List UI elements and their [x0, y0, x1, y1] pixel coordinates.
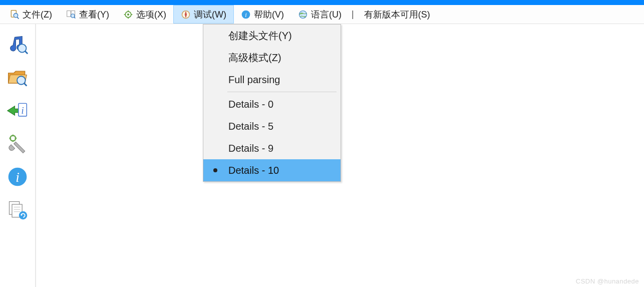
svg-point-1 [14, 13, 18, 17]
svg-line-20 [24, 83, 27, 86]
tool-info[interactable]: i [5, 164, 30, 189]
svg-line-2 [17, 17, 19, 19]
gear-icon [123, 10, 133, 20]
svg-point-8 [127, 13, 129, 15]
menu-language-label: 语言(U) [311, 9, 342, 21]
tool-folder-search[interactable] [5, 65, 30, 90]
dropdown-details-10[interactable]: Details - 10 [203, 159, 341, 181]
documents-refresh-icon [7, 199, 29, 221]
tool-documents-refresh[interactable] [5, 197, 30, 222]
svg-line-6 [74, 17, 76, 19]
menu-help-label: 帮助(V) [254, 9, 284, 21]
svg-point-16 [299, 11, 306, 18]
watermark: CSDN @hunandede [576, 277, 639, 285]
menu-view-label: 查看(Y) [79, 9, 109, 21]
menu-language[interactable]: 语言(U) [291, 5, 349, 24]
menu-update[interactable]: 有新版本可用(S) [357, 5, 437, 24]
dropdown-advanced-mode[interactable]: 高级模式(Z) [203, 47, 341, 69]
dropdown-item-label: Details - 9 [228, 143, 273, 154]
dropdown-separator [227, 92, 337, 92]
folder-search-icon [7, 67, 29, 89]
info-icon: i [241, 10, 251, 20]
info-icon: i [7, 166, 29, 188]
svg-text:i: i [22, 106, 24, 116]
dropdown-item-label: Details - 10 [228, 165, 279, 176]
svg-text:i: i [16, 169, 20, 185]
debug-dropdown: 创建头文件(Y) 高级模式(Z) Full parsing Details - … [203, 24, 341, 182]
dropdown-item-label: Details - 0 [228, 99, 273, 110]
music-search-icon [7, 34, 29, 56]
menu-debug[interactable]: 调试(W) [173, 5, 234, 24]
menu-view[interactable]: 查看(Y) [59, 5, 116, 24]
menu-options-label: 选项(X) [136, 9, 166, 21]
menu-separator: | [349, 9, 357, 20]
dropdown-item-label: 高级模式(Z) [228, 51, 281, 65]
panel-search-icon [66, 10, 76, 20]
menu-options[interactable]: 选项(X) [116, 5, 173, 24]
dropdown-item-label: Details - 5 [228, 121, 273, 132]
svg-line-18 [25, 51, 28, 54]
svg-text:i: i [245, 12, 247, 19]
left-toolbar: i i [0, 24, 36, 287]
dropdown-details-5[interactable]: Details - 5 [203, 115, 341, 137]
settings-wrench-icon [7, 133, 29, 155]
dropdown-details-9[interactable]: Details - 9 [203, 137, 341, 159]
dropdown-details-0[interactable]: Details - 0 [203, 93, 341, 115]
svg-point-31 [19, 211, 28, 220]
dropdown-full-parsing[interactable]: Full parsing [203, 69, 341, 91]
title-bar [0, 0, 644, 5]
document-search-icon [10, 10, 20, 20]
menu-update-label: 有新版本可用(S) [364, 9, 430, 21]
globe-icon [298, 10, 308, 20]
tool-import-info[interactable]: i [5, 98, 30, 123]
tool-settings[interactable] [5, 131, 30, 156]
menu-bar: 文件(Z) 查看(Y) 选项(X) 调试(W) i 帮助(V) 语言(U) | … [0, 5, 644, 24]
bullet-icon [213, 168, 217, 172]
menu-debug-label: 调试(W) [194, 9, 226, 21]
dropdown-item-label: 创建头文件(Y) [228, 29, 292, 43]
menu-help[interactable]: i 帮助(V) [234, 5, 291, 24]
svg-rect-3 [67, 11, 71, 17]
tool-music-search[interactable] [5, 32, 30, 57]
menu-file[interactable]: 文件(Z) [3, 5, 59, 24]
compass-icon [181, 10, 191, 20]
import-info-icon: i [7, 100, 29, 122]
menu-file-label: 文件(Z) [23, 9, 52, 21]
dropdown-create-header[interactable]: 创建头文件(Y) [203, 25, 341, 47]
dropdown-item-label: Full parsing [228, 74, 280, 86]
